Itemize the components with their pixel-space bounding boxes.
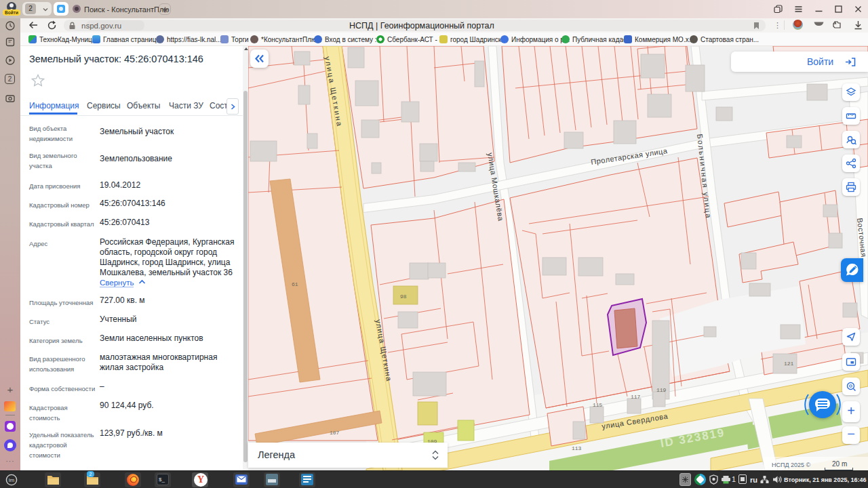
svg-text:119: 119 [656,387,667,393]
svg-text:Восточная: Восточная [856,218,868,258]
svg-text:lm: lm [9,477,15,483]
svg-text:107: 107 [330,430,340,436]
svg-text:117: 117 [631,394,641,400]
svg-text:121: 121 [784,361,794,367]
svg-text:61: 61 [292,281,298,287]
svg-text:98: 98 [400,293,407,300]
svg-text:113: 113 [572,445,582,451]
svg-text:Пролетарская улица: Пролетарская улица [591,146,669,166]
svg-text:ID 323819: ID 323819 [659,426,726,449]
svg-text:улица Свердлова: улица Свердлова [601,412,669,430]
svg-text:улица Мошкалёва: улица Мошкалёва [486,152,505,222]
svg-text:Больничная улица: Больничная улица [696,134,713,220]
svg-text:115: 115 [593,402,603,408]
